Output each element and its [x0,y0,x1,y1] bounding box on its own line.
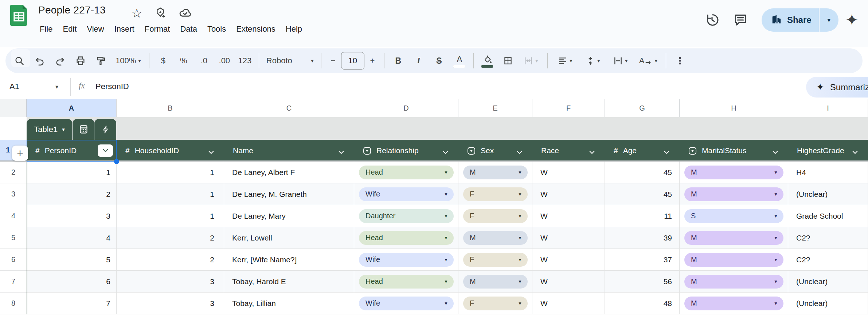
comments-button[interactable] [729,8,752,32]
marital_status-chip[interactable]: M▼ [684,187,783,201]
relationship-chip[interactable]: Daughter▼ [359,209,454,223]
name-box[interactable]: A1 [9,82,19,91]
menu-help[interactable]: Help [281,22,307,36]
menu-tools[interactable]: Tools [202,22,231,36]
cell-highest_grade[interactable]: (Unclear) [788,183,868,205]
marital_status-chip[interactable]: M▼ [684,297,783,310]
cell-age[interactable]: 45 [605,183,680,205]
cell-marital_status[interactable]: M▼ [680,293,788,314]
marital_status-chip[interactable]: M▼ [684,275,783,289]
table-header-name[interactable]: Name [224,140,354,162]
cell-sex[interactable]: M▼ [458,162,532,183]
row-header-5[interactable]: 5 [0,227,27,249]
format-currency-button[interactable]: $ [153,51,173,71]
table-header-highestgrade[interactable]: HighestGrade [788,140,868,162]
cell-highest_grade[interactable]: (Unclear) [788,271,868,293]
cell-person_id[interactable]: 2 [27,183,117,205]
cell-marital_status[interactable]: M▼ [680,162,788,183]
column-header-E[interactable]: E [458,99,532,117]
cell-age[interactable]: 37 [605,249,680,271]
relationship-chip[interactable]: Head▼ [359,231,454,245]
relationship-chip[interactable]: Wife▼ [359,187,454,201]
cell-name[interactable]: Kerr, [Wife Name?] [224,249,354,271]
strikethrough-button[interactable]: S [429,51,449,71]
page-title[interactable]: People 227-13 [38,4,106,16]
sex-chip[interactable]: F▼ [463,209,528,223]
text-rotate-button[interactable]: A ▾ [634,51,662,71]
fill-handle[interactable] [114,159,119,164]
table-header-sex[interactable]: Sex [458,140,532,162]
cell-marital_status[interactable]: M▼ [680,271,788,293]
cell-marital_status[interactable]: M▼ [680,249,788,271]
text-color-button[interactable]: A [449,51,470,71]
format-percent-button[interactable]: % [173,51,194,71]
zoom-select[interactable]: 100% ▾ [111,51,145,71]
share-button[interactable]: Share ▾ [762,8,838,32]
increase-font-size-button[interactable]: + [364,51,380,71]
text-wrap-button[interactable]: ▾ [607,51,634,71]
add-row-button[interactable]: + [12,146,28,161]
paint-format-button[interactable] [91,51,111,71]
table-header-race[interactable]: Race [532,140,605,162]
decrease-decimal-button[interactable]: .0 [194,51,214,71]
font-size-input[interactable]: 10 [341,52,364,69]
menu-extensions[interactable]: Extensions [231,22,281,36]
share-dropdown-caret[interactable]: ▾ [820,8,839,32]
cell-highest_grade[interactable]: H4 [788,162,868,183]
cell-household_id[interactable]: 3 [117,293,224,314]
cell-household_id[interactable]: 2 [117,227,224,249]
horizontal-align-button[interactable]: ▾ [551,51,579,71]
cell-name[interactable]: Tobay, Lillian [224,293,354,314]
relationship-chip[interactable]: Wife▼ [359,253,454,267]
cell-highest_grade[interactable]: C2? [788,249,868,271]
decrease-font-size-button[interactable]: − [325,51,341,71]
undo-button[interactable] [30,51,50,71]
table-tab[interactable]: Table1 ▾ [27,119,72,140]
cell-name[interactable]: De Laney, Mary [224,205,354,227]
column-menu-chevron-icon[interactable] [517,149,522,156]
borders-button[interactable] [498,51,518,71]
sex-chip[interactable]: F▼ [463,187,528,201]
cell-relationship[interactable]: Head▼ [354,271,458,293]
sex-chip[interactable]: M▼ [463,275,528,289]
font-select[interactable]: Roboto ▾ [263,51,317,71]
row-header-7[interactable]: 7 [0,271,27,293]
menu-file[interactable]: File [35,22,58,36]
column-header-A[interactable]: A [27,99,117,117]
row-header-3[interactable]: 3 [0,183,27,205]
column-header-D[interactable]: D [354,99,458,117]
table-header-householdid[interactable]: #HouseholdID [117,140,224,162]
row-header-6[interactable]: 6 [0,249,27,271]
marital_status-chip[interactable]: M▼ [684,166,783,179]
column-menu-chevron-icon[interactable] [773,149,778,156]
cell-race[interactable]: W [532,205,605,227]
cell-person_id[interactable]: 6 [27,271,117,293]
search-button[interactable] [9,51,30,71]
number-format-button[interactable]: 123 [235,51,255,71]
cell-highest_grade[interactable]: (Unclear) [788,293,868,314]
menu-insert[interactable]: Insert [109,22,140,36]
cell-race[interactable]: W [532,162,605,183]
merge-cells-button[interactable]: ▾ [518,51,544,71]
cell-name[interactable]: Kerr, Lowell [224,227,354,249]
name-box-caret-icon[interactable]: ▾ [55,83,58,90]
sheets-logo-icon[interactable] [10,5,28,26]
cell-person_id[interactable]: 4 [27,227,117,249]
column-header-G[interactable]: G [605,99,680,117]
cell-sex[interactable]: M▼ [458,271,532,293]
menu-edit[interactable]: Edit [58,22,82,36]
table-header-age[interactable]: #Age [605,140,680,162]
bold-button[interactable]: B [388,51,408,71]
cell-name[interactable]: De Laney, Albert F [224,162,354,183]
sex-chip[interactable]: M▼ [463,166,528,179]
cell-race[interactable]: W [532,293,605,314]
cell-sex[interactable]: F▼ [458,183,532,205]
cell-sex[interactable]: F▼ [458,205,532,227]
cloud-saved-icon[interactable] [179,7,192,20]
cell-person_id[interactable]: 1 [27,162,117,183]
fill-color-button[interactable] [477,51,498,71]
cell-household_id[interactable]: 1 [117,205,224,227]
sex-chip[interactable]: F▼ [463,253,528,267]
cell-relationship[interactable]: Head▼ [354,227,458,249]
cell-age[interactable]: 39 [605,227,680,249]
